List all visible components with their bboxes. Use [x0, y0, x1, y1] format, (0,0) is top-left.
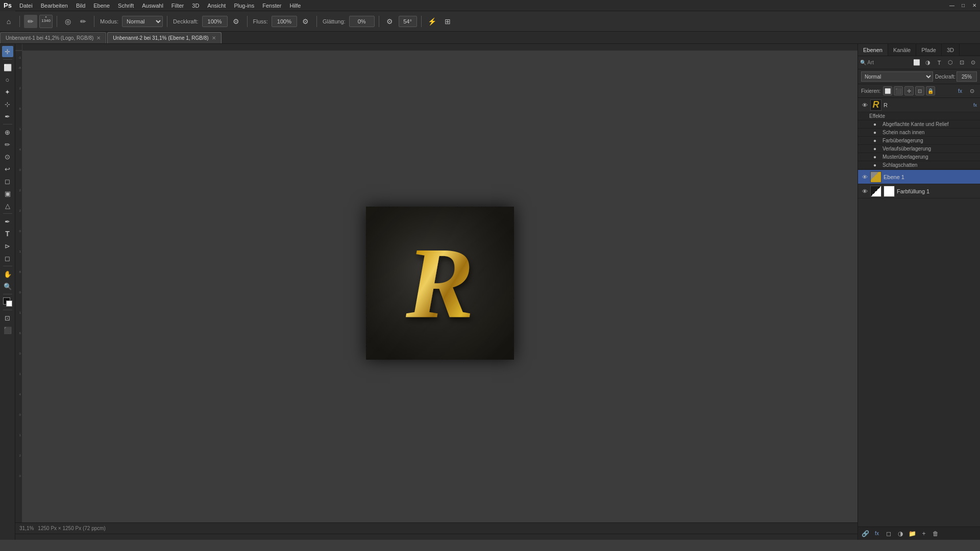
pen-tool[interactable]: ✒ [2, 216, 13, 227]
menu-ansicht[interactable]: Ansicht [203, 0, 230, 11]
minimize-button[interactable]: — [946, 0, 958, 11]
tool-option-1[interactable]: ◎ [61, 15, 75, 28]
delete-layer-btn[interactable]: 🗑 [930, 529, 941, 539]
angle-input[interactable] [399, 16, 417, 27]
layer-r-item[interactable]: 👁 R R fx Effekte ● Abgeflachte Kante und… [858, 98, 980, 170]
menu-auswahl[interactable]: Auswahl [138, 0, 167, 11]
brush-tool-icon[interactable]: ✏ [24, 15, 37, 28]
path-tool[interactable]: ⊳ [2, 240, 13, 252]
link-layers-btn[interactable]: 🔗 [860, 529, 870, 539]
effect-bevel-eye[interactable]: ● [873, 121, 880, 127]
maximize-button[interactable]: □ [958, 0, 969, 11]
pixel-filter-btn[interactable]: ⬜ [912, 58, 922, 68]
channels-tab[interactable]: Kanäle [888, 44, 916, 56]
shape-filter-btn[interactable]: ⬡ [945, 58, 955, 68]
deckkraft-options[interactable]: ⚙ [230, 15, 243, 28]
effect-shadow-eye[interactable]: ● [873, 162, 880, 168]
menu-ebene[interactable]: Ebene [89, 0, 114, 11]
tab-1-close[interactable]: ✕ [96, 35, 101, 41]
symmetry-button[interactable]: ⚡ [426, 15, 439, 28]
move-tool[interactable]: ✛ [2, 46, 13, 57]
add-group-btn[interactable]: 📁 [907, 529, 917, 539]
fluss-options[interactable]: ⚙ [299, 15, 312, 28]
quick-select-tool[interactable]: ✦ [2, 86, 13, 97]
add-layer-btn[interactable]: + [919, 529, 929, 539]
layer-r-visibility[interactable]: 👁 [861, 102, 868, 109]
lock-gradient-btn[interactable]: ⬛ [894, 86, 903, 95]
fluss-input[interactable] [272, 16, 297, 27]
effect-shadow[interactable]: ● Schlagschatten [858, 161, 980, 169]
effect-bevel[interactable]: ● Abgeflachte Kante und Relief [858, 120, 980, 129]
menu-hilfe[interactable]: Hilfe [285, 0, 305, 11]
screen-mode-tool[interactable]: ⬛ [2, 324, 13, 336]
smart-filter-btn[interactable]: ⊡ [957, 58, 967, 68]
eyedropper-tool[interactable]: ✒ [2, 111, 13, 122]
horizontal-scrollbar[interactable] [15, 534, 857, 540]
layer-mask-btn[interactable]: ⊙ [967, 86, 977, 96]
blend-mode-select[interactable]: Normal Multiplizieren Aufhellen [861, 71, 933, 82]
3d-tab[interactable]: 3D [942, 44, 960, 56]
effect-color-overlay[interactable]: ● Farbüberlagerung [858, 137, 980, 145]
effect-inner-glow-eye[interactable]: ● [873, 130, 880, 135]
layer-ebene1-visibility[interactable]: 👁 [861, 173, 868, 181]
canvas-viewport[interactable]: R [22, 51, 857, 515]
hand-tool[interactable]: ✋ [2, 268, 13, 280]
home-button[interactable]: ⌂ [2, 15, 15, 28]
menu-fenster[interactable]: Fenster [258, 0, 285, 11]
heal-tool[interactable]: ⊕ [2, 127, 13, 138]
menu-bearbeiten[interactable]: Bearbeiten [37, 0, 72, 11]
effect-pattern-overlay[interactable]: ● Musterüberlagerung [858, 153, 980, 161]
menu-bild[interactable]: Bild [72, 0, 89, 11]
effect-color-overlay-eye[interactable]: ● [873, 138, 880, 143]
blur-tool[interactable]: △ [2, 200, 13, 211]
effect-inner-glow[interactable]: ● Schein nach innen [858, 129, 980, 137]
opacity-input[interactable] [957, 71, 977, 82]
menu-schrift[interactable]: Schrift [114, 0, 138, 11]
menu-filter[interactable]: Filter [167, 0, 188, 11]
type-filter-btn[interactable]: T [934, 58, 944, 68]
clone-tool[interactable]: ⊙ [2, 151, 13, 162]
marquee-tool[interactable]: ⬜ [2, 62, 13, 73]
background-color[interactable] [6, 300, 12, 307]
brush-tool[interactable]: ✏ [2, 139, 13, 150]
close-button[interactable]: ✕ [969, 0, 980, 11]
adjust-filter-btn[interactable]: ◑ [923, 58, 933, 68]
layers-tab[interactable]: Ebenen [858, 44, 888, 56]
quick-mask-tool[interactable]: ⊡ [2, 312, 13, 323]
menu-3d[interactable]: 3D [188, 0, 203, 11]
menu-datei[interactable]: Datei [15, 0, 37, 11]
lock-move-btn[interactable]: ✛ [904, 86, 914, 95]
effect-gradient-overlay[interactable]: ● Verlaufsüberlagerung [858, 145, 980, 153]
glattung-input[interactable] [349, 16, 375, 27]
paths-tab[interactable]: Pfade [916, 44, 942, 56]
effect-pattern-overlay-eye[interactable]: ● [873, 154, 880, 160]
shape-tool[interactable]: ◻ [2, 253, 13, 264]
fg-bg-colors[interactable] [2, 296, 13, 308]
add-layer-style-btn[interactable]: fx [872, 529, 882, 539]
effects-header[interactable]: Effekte [858, 112, 980, 120]
crop-tool[interactable]: ⊹ [2, 98, 13, 110]
layer-ebene1-item[interactable]: 👁 Ebene 1 [858, 170, 980, 184]
lasso-tool[interactable]: ○ [2, 74, 13, 85]
layer-r-row[interactable]: 👁 R R fx [858, 98, 980, 112]
effect-gradient-overlay-eye[interactable]: ● [873, 146, 880, 152]
angle-settings[interactable]: ⚙ [383, 15, 397, 28]
add-mask-btn[interactable]: ◻ [884, 529, 894, 539]
layer-fill-item[interactable]: 👁 Farbfüllung 1 [858, 184, 980, 198]
history-brush[interactable]: ↩ [2, 163, 13, 174]
tab-1[interactable]: Unbenannt-1 bei 41,2% (Logo, RGB/8) ✕ [0, 32, 106, 43]
menu-plugins[interactable]: Plug-ins [230, 0, 258, 11]
zoom-tool[interactable]: 🔍 [2, 281, 13, 292]
layer-fx-btn[interactable]: fx [955, 86, 965, 96]
lock-artboard-btn[interactable]: ⊡ [915, 86, 924, 95]
tab-2[interactable]: Unbenannt-2 bei 31,1% (Ebene 1, RGB/8) ✕ [107, 32, 221, 43]
deckkraft-input[interactable] [202, 16, 228, 27]
lock-pixel-btn[interactable]: ⬜ [883, 86, 892, 95]
gradient-tool[interactable]: ▣ [2, 188, 13, 199]
filter-toggle[interactable]: ⊙ [968, 58, 978, 68]
tool-option-2[interactable]: ✏ [77, 15, 90, 28]
extra-button[interactable]: ⊞ [441, 15, 454, 28]
tab-2-close[interactable]: ✕ [212, 35, 216, 41]
eraser-tool[interactable]: ◻ [2, 176, 13, 187]
type-tool[interactable]: T [2, 228, 13, 239]
